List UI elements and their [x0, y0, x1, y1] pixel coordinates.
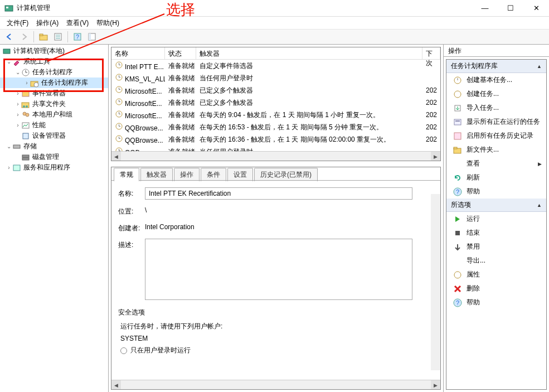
- col-next[interactable]: 下次: [422, 47, 440, 59]
- action-run[interactable]: 运行: [446, 212, 546, 226]
- list-body: Intel PTT E...准备就绪自定义事件筛选器KMS_VL_ALL准备就绪…: [111, 60, 440, 151]
- action-view[interactable]: 查看▶: [446, 157, 546, 171]
- clock-icon: [115, 135, 123, 143]
- props-button[interactable]: [52, 31, 64, 43]
- action-history[interactable]: 启用所有任务历史记录: [446, 129, 546, 143]
- table-row[interactable]: KMS_VL_ALL准备就绪当任何用户登录时: [111, 72, 440, 84]
- menu-action[interactable]: 操作(A): [33, 17, 62, 29]
- svg-rect-11: [89, 33, 91, 40]
- action-end[interactable]: 结束: [446, 226, 546, 240]
- table-row[interactable]: QQBrowse...准备就绪当任何用户登录时: [111, 146, 440, 151]
- window-title: 计算机管理: [17, 3, 472, 13]
- tab-conditions[interactable]: 条件: [201, 168, 226, 181]
- tree-root[interactable]: 计算机管理(本地): [0, 46, 108, 56]
- menu-file[interactable]: 文件(F): [3, 17, 32, 29]
- field-description[interactable]: [145, 239, 412, 300]
- col-name[interactable]: 名称: [111, 47, 165, 59]
- scroll-right-icon[interactable]: ▶: [431, 380, 440, 390]
- action-refresh[interactable]: 刷新: [446, 171, 546, 185]
- collapse-icon[interactable]: ⌄: [14, 69, 21, 75]
- action-import[interactable]: 导入任务...: [446, 101, 546, 115]
- table-row[interactable]: QQBrowse...准备就绪在每天的 16:36 - 触发后，在 1 天 期间…: [111, 133, 440, 146]
- table-row[interactable]: MicrosoftE...准备就绪在每天的 9:04 - 触发后，在 1 天 期…: [111, 109, 440, 121]
- action-group-library[interactable]: 任务计划程序库 ▲: [446, 60, 546, 73]
- back-button[interactable]: [3, 31, 16, 43]
- menu-view[interactable]: 查看(V): [63, 17, 92, 29]
- table-row[interactable]: MicrosoftE...准备就绪已定义多个触发器202: [111, 84, 440, 96]
- tab-settings[interactable]: 设置: [227, 168, 253, 181]
- field-name[interactable]: Intel PTT EK Recertification: [145, 187, 412, 200]
- action-folder[interactable]: 新文件夹...: [446, 143, 546, 157]
- list-h-scrollbar[interactable]: ◀ ▶: [111, 151, 440, 161]
- help-button[interactable]: ?: [71, 31, 84, 43]
- action-label: 导出...: [467, 256, 485, 265]
- expand-icon[interactable]: ›: [14, 90, 21, 96]
- table-row[interactable]: MicrosoftE...准备就绪已定义多个触发器202: [111, 96, 440, 109]
- menu-help[interactable]: 帮助(H): [93, 17, 123, 29]
- tree-services-apps[interactable]: › 服务和应用程序: [0, 162, 108, 173]
- maximize-button[interactable]: ☐: [498, 0, 523, 17]
- action-task-basic[interactable]: 创建基本任务...: [446, 73, 546, 87]
- folder-button[interactable]: [37, 31, 50, 43]
- action-group-selected[interactable]: 所选项 ▲: [446, 199, 546, 212]
- table-row[interactable]: QQBrowse...准备就绪在每天的 16:53 - 触发后，在 1 天 期间…: [111, 121, 440, 133]
- collapse-icon[interactable]: ⌄: [6, 143, 12, 149]
- action-disable[interactable]: 禁用: [446, 240, 546, 254]
- action-delete[interactable]: 删除: [446, 282, 546, 296]
- tree-disk-mgmt[interactable]: 磁盘管理: [0, 152, 108, 162]
- tree-storage[interactable]: ⌄ 存储: [0, 141, 108, 152]
- close-button[interactable]: ✕: [523, 0, 549, 17]
- tab-general[interactable]: 常规: [114, 168, 139, 181]
- expand-icon[interactable]: ›: [14, 122, 21, 128]
- collapse-icon[interactable]: ⌄: [6, 59, 12, 65]
- task-next: 202: [422, 134, 440, 144]
- scroll-left-icon[interactable]: ◀: [111, 152, 121, 161]
- svg-point-24: [26, 113, 29, 117]
- action-export[interactable]: 导出...: [446, 254, 546, 268]
- tree-eventviewer-label: 事件查看器: [32, 89, 66, 98]
- toolbar: ?: [0, 29, 549, 45]
- tree-system-tools[interactable]: ⌄ 系统工具: [0, 56, 108, 67]
- action-help[interactable]: ?帮助: [446, 296, 546, 309]
- tree-task-scheduler-library[interactable]: › 任务计划程序库: [0, 78, 108, 88]
- tree-local-users[interactable]: › 本地用户和组: [0, 109, 108, 120]
- tree-task-scheduler[interactable]: ⌄ 任务计划程序: [0, 67, 108, 78]
- tab-actions[interactable]: 操作: [174, 168, 200, 181]
- task-next: 202: [422, 110, 440, 120]
- details-v-scrollbar[interactable]: [431, 194, 440, 370]
- expand-icon[interactable]: ›: [6, 164, 12, 171]
- table-row[interactable]: Intel PTT E...准备就绪自定义事件筛选器: [111, 60, 440, 72]
- tree-device-manager[interactable]: 设备管理器: [0, 130, 108, 141]
- task-status: 准备就绪: [165, 109, 196, 121]
- props-icon: [453, 270, 462, 279]
- security-caption: 运行任务时，请使用下列用户帐户:: [118, 322, 434, 331]
- radio-run-logged-on[interactable]: 只在用户登录时运行: [118, 346, 434, 355]
- minimize-button[interactable]: —: [472, 0, 498, 17]
- tab-triggers[interactable]: 触发器: [140, 168, 173, 181]
- expand-icon[interactable]: ›: [14, 112, 21, 118]
- window-controls: — ☐ ✕: [472, 0, 549, 17]
- pane-button[interactable]: [86, 31, 98, 43]
- action-props[interactable]: 属性: [446, 268, 546, 282]
- tree-performance[interactable]: › 性能: [0, 120, 108, 130]
- task-trigger: 在每天的 9:04 - 触发后，在 1 天 期间每隔 1 小时 重复一次。: [196, 109, 422, 121]
- task-status: 准备就绪: [165, 134, 196, 146]
- details-h-scrollbar[interactable]: ◀ ▶: [111, 380, 440, 389]
- scroll-right-icon[interactable]: ▶: [431, 152, 440, 161]
- action-running[interactable]: 显示所有正在运行的任务: [446, 115, 546, 129]
- forward-button[interactable]: [18, 31, 30, 43]
- tab-history[interactable]: 历史记录(已禁用): [254, 168, 318, 181]
- col-trigger[interactable]: 触发器: [196, 47, 422, 59]
- tree-devmgr-label: 设备管理器: [32, 131, 66, 141]
- action-task-create[interactable]: 创建任务...: [446, 87, 546, 101]
- label-author: 创建者:: [118, 222, 145, 233]
- expand-icon[interactable]: ›: [14, 101, 21, 107]
- expand-icon[interactable]: ›: [23, 80, 30, 86]
- action-help[interactable]: ?帮助: [446, 185, 546, 199]
- action-group-selected-label: 所选项: [451, 200, 471, 210]
- actions-pane: 操作 任务计划程序库 ▲ 创建基本任务...创建任务...导入任务...显示所有…: [443, 45, 549, 392]
- col-status[interactable]: 状态: [165, 47, 196, 59]
- tree-shared-folders[interactable]: › 共享文件夹: [0, 99, 108, 109]
- tree-event-viewer[interactable]: › 事件查看器: [0, 88, 108, 99]
- scroll-left-icon[interactable]: ◀: [111, 380, 121, 390]
